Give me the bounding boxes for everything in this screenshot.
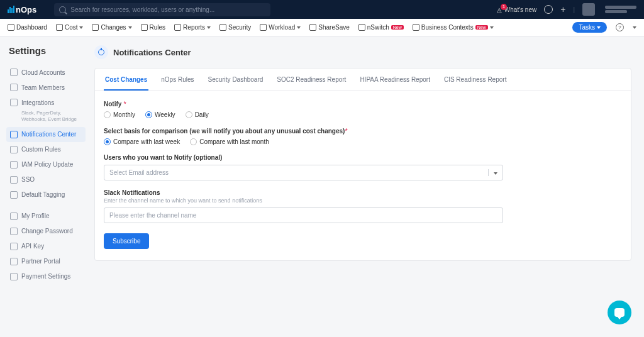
slack-hint: Enter the channel name to which you want… — [104, 197, 622, 204]
panel-tabs: Cost ChangesnOps RulesSecurity Dashboard… — [95, 69, 631, 91]
chevron-down-icon — [494, 172, 497, 175]
menu-icon — [141, 24, 148, 31]
sidebar-icon — [10, 191, 18, 199]
notify-label: Notify — [104, 101, 121, 108]
basis-option-compare-with-last-week[interactable]: Compare with last week — [104, 138, 180, 145]
menu-rules[interactable]: Rules — [141, 24, 166, 31]
sidebar-item-notifications-center[interactable]: Notifications Center — [6, 127, 86, 142]
sidebar-icon — [10, 99, 18, 106]
bell-icon[interactable] — [544, 5, 553, 14]
menu-cost[interactable]: Cost — [56, 24, 84, 31]
sidebar-item-sso[interactable]: SSO — [6, 172, 86, 187]
menu-business-contexts[interactable]: Business ContextsNew — [413, 24, 494, 31]
help-icon[interactable]: ? — [616, 23, 624, 31]
add-icon[interactable]: + — [560, 4, 565, 14]
content-area: Notifications Center Cost ChangesnOps Ru… — [88, 36, 644, 293]
menu-icon — [413, 24, 419, 31]
sidebar-icon — [10, 243, 18, 250]
search-input[interactable] — [54, 3, 270, 16]
menu-icon — [358, 24, 365, 31]
brand-text: nOps — [16, 5, 36, 14]
page-header: Notifications Center — [94, 45, 631, 59]
sidebar-icon — [10, 84, 18, 91]
users-placeholder: Select Email address — [109, 169, 169, 176]
menu-changes[interactable]: Changes — [92, 24, 131, 31]
menu-workload[interactable]: Workload — [260, 24, 301, 31]
menu-nswitch[interactable]: nSwitchNew — [358, 24, 404, 31]
menu-reports[interactable]: Reports — [174, 24, 211, 31]
tab-hipaa-readiness-report[interactable]: HIPAA Readiness Report — [358, 69, 431, 91]
tab-nops-rules[interactable]: nOps Rules — [160, 69, 195, 91]
brand-logo[interactable]: nOps — [8, 5, 36, 14]
sidebar-item-partner-portal[interactable]: Partner Portal — [6, 254, 86, 269]
notify-frequency-group: MonthlyWeeklyDaily — [104, 111, 622, 118]
notifications-panel: Cost ChangesnOps RulesSecurity Dashboard… — [94, 68, 631, 261]
sidebar-item-change-password[interactable]: Change Password — [6, 224, 86, 239]
chevron-down-icon — [490, 26, 494, 29]
sidebar-title: Settings — [6, 45, 86, 56]
new-badge: New — [391, 25, 404, 30]
radio-icon — [104, 111, 111, 118]
sidebar-item-payment-settings[interactable]: Payment Settings — [6, 269, 86, 284]
chevron-down-icon — [207, 26, 211, 29]
sidebar-item-team-members[interactable]: Team Members — [6, 80, 86, 95]
sidebar-item-iam-policy-update[interactable]: IAM Policy Update — [6, 157, 86, 172]
radio-icon — [145, 111, 152, 118]
users-select[interactable]: Select Email address — [104, 165, 503, 180]
menu-security[interactable]: Security — [219, 24, 251, 31]
user-avatar[interactable] — [582, 3, 595, 16]
tab-cost-changes[interactable]: Cost Changes — [104, 69, 148, 91]
chevron-down-icon — [128, 26, 132, 29]
menu-icon — [219, 24, 226, 31]
tab-soc2-readiness-report[interactable]: SOC2 Readiness Report — [275, 69, 347, 91]
sidebar-item-api-key[interactable]: API Key — [6, 239, 86, 254]
sidebar-item-custom-rules[interactable]: Custom Rules — [6, 142, 86, 157]
sidebar-subtext: Slack, PagerDuty, Webhooks, Event Bridge — [6, 110, 86, 127]
tab-security-dashboard[interactable]: Security Dashboard — [206, 69, 264, 91]
menu-sharesave[interactable]: ShareSave — [309, 24, 349, 31]
bell-icon — [94, 45, 108, 59]
users-label: Users who you want to Notify (optional) — [104, 154, 622, 161]
page-title: Notifications Center — [113, 48, 191, 57]
menu-icon — [92, 24, 99, 31]
radio-icon — [190, 138, 197, 145]
notify-option-monthly[interactable]: Monthly — [104, 111, 135, 118]
menu-icon — [56, 24, 63, 31]
header-actions: 1 ◬ What's new + | — [497, 3, 636, 16]
sidebar-item-integrations[interactable]: Integrations — [6, 95, 86, 110]
radio-icon — [186, 111, 192, 118]
new-badge: New — [475, 25, 488, 30]
whats-new-link[interactable]: 1 ◬ What's new — [497, 6, 536, 13]
notify-option-daily[interactable]: Daily — [186, 111, 209, 118]
sidebar-icon — [10, 176, 18, 184]
menu-dashboard[interactable]: Dashboard — [8, 24, 47, 31]
menu-icon — [309, 24, 316, 31]
tab-cis-readiness-report[interactable]: CIS Readiness Report — [443, 69, 508, 91]
sidebar-icon — [10, 228, 18, 235]
logo-bars-icon — [8, 6, 14, 13]
radio-icon — [104, 138, 111, 145]
whats-new-badge: 1 — [501, 4, 507, 10]
tasks-label: Tasks — [579, 24, 595, 31]
sidebar-icon — [10, 69, 18, 76]
sidebar-item-cloud-accounts[interactable]: Cloud Accounts — [6, 65, 86, 80]
sidebar-icon — [10, 273, 18, 280]
sidebar-icon — [10, 131, 18, 138]
menu-icon — [260, 24, 267, 31]
sidebar-icon — [10, 258, 18, 265]
user-menu[interactable] — [605, 6, 636, 13]
top-header: nOps 1 ◬ What's new + | — [0, 0, 644, 19]
chevron-down-icon — [597, 26, 601, 29]
slack-label: Slack Notifications — [104, 189, 622, 196]
sidebar-icon — [10, 161, 18, 168]
slack-channel-input[interactable] — [104, 207, 503, 223]
sidebar-item-my-profile[interactable]: My Profile — [6, 209, 86, 224]
sidebar-item-default-tagging[interactable]: Default Tagging — [6, 187, 86, 202]
settings-sidebar: Settings Cloud AccountsTeam MembersInteg… — [0, 36, 88, 293]
main-menubar: DashboardCostChangesRulesReportsSecurity… — [0, 19, 644, 36]
basis-label: Select basis for comparison (we will not… — [104, 128, 345, 135]
tasks-button[interactable]: Tasks — [572, 22, 607, 33]
notify-option-weekly[interactable]: Weekly — [145, 111, 175, 118]
subscribe-button[interactable]: Subscribe — [104, 233, 149, 249]
basis-option-compare-with-last-month[interactable]: Compare with last month — [190, 138, 269, 145]
